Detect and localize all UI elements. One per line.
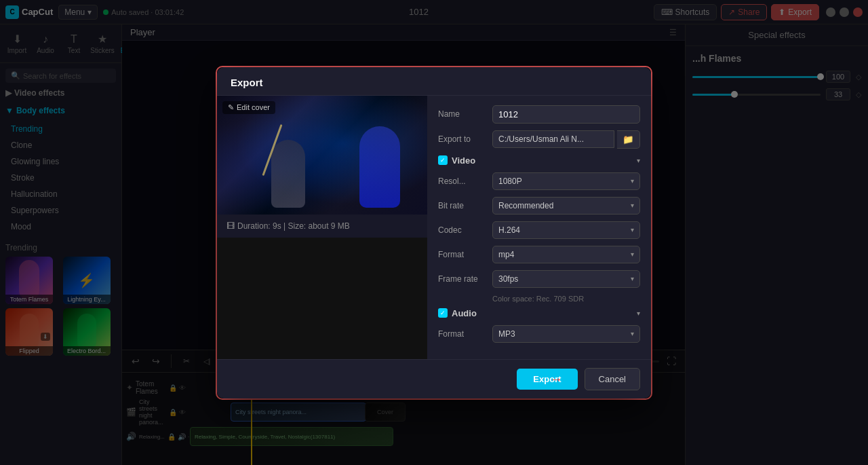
dialog-footer: → Export Cancel: [217, 359, 651, 398]
bitrate-chevron-icon: ▾: [631, 202, 634, 209]
preview-image: ✎ Edit cover: [217, 96, 427, 215]
framerate-selected: 30fps: [498, 274, 518, 284]
export-path-container: C:/Users/Usman Ali N... 📁: [492, 130, 640, 149]
video-section-header: ✓ Video ▾: [438, 155, 640, 166]
bitrate-dropdown[interactable]: Recommended ▾: [492, 197, 640, 215]
audio-format-dropdown[interactable]: MP3 ▾: [492, 325, 640, 343]
audio-checkbox[interactable]: ✓: [438, 308, 448, 318]
setting-row-framerate: Frame rate 30fps ▾: [438, 270, 640, 288]
setting-row-audio-format: Format MP3 ▾: [438, 325, 640, 343]
resolution-label: Resol...: [438, 176, 492, 186]
name-value-container: [492, 105, 640, 124]
dialog-body: ✎ Edit cover 🎞 Duration: 9s | Size: abou…: [217, 96, 651, 359]
film-icon: 🎞: [226, 221, 235, 231]
audio-format-value: MP3 ▾: [492, 325, 640, 343]
name-input[interactable]: [492, 105, 640, 124]
setting-row-codec: Codec H.264 ▾: [438, 221, 640, 239]
setting-row-format: Format mp4 ▾: [438, 246, 640, 263]
setting-row-bitrate: Bit rate Recommended ▾: [438, 197, 640, 215]
codec-chevron-icon: ▾: [631, 226, 634, 234]
red-arrow-icon: →: [549, 371, 563, 386]
audio-format-selected: MP3: [498, 329, 515, 339]
export-path-text: C:/Users/Usman Ali N...: [492, 130, 614, 148]
framerate-value: 30fps ▾: [492, 270, 640, 288]
framerate-label: Frame rate: [438, 274, 492, 284]
audio-section-toggle[interactable]: ▾: [637, 310, 640, 317]
bitrate-selected: Recommended: [498, 201, 553, 210]
framerate-dropdown[interactable]: 30fps ▾: [492, 270, 640, 288]
codec-value: H.264 ▾: [492, 221, 640, 239]
audio-format-chevron-icon: ▾: [631, 330, 634, 337]
export-dialog-overlay: Export ✎ Edit cover: [0, 0, 868, 465]
setting-row-name: Name: [438, 105, 640, 124]
color-space-info: Color space: Rec. 709 SDR: [438, 295, 640, 303]
codec-label: Codec: [438, 225, 492, 235]
preview-details: 🎞 Duration: 9s | Size: about 9 MB: [217, 215, 427, 238]
codec-dropdown[interactable]: H.264 ▾: [492, 221, 640, 239]
preview-figure-right: [359, 126, 400, 208]
dialog-title: Export: [217, 67, 651, 96]
format-value: mp4 ▾: [492, 246, 640, 263]
export-to-label: Export to: [438, 134, 492, 144]
video-section-label: Video: [452, 155, 475, 166]
format-dropdown[interactable]: mp4 ▾: [492, 246, 640, 263]
video-section-toggle[interactable]: ▾: [637, 157, 640, 164]
browse-folder-button[interactable]: 📁: [617, 130, 640, 149]
preview-figure-left: [271, 140, 305, 208]
resolution-dropdown[interactable]: 1080P ▾: [492, 172, 640, 190]
resolution-value: 1080P ▾: [492, 172, 640, 190]
video-checkbox[interactable]: ✓: [438, 155, 448, 165]
format-selected: mp4: [498, 250, 514, 259]
audio-section-label: Audio: [452, 308, 477, 318]
dialog-settings: Name Export to C:/Users/Usman Ali N... 📁: [427, 96, 651, 359]
export-dialog: Export ✎ Edit cover: [217, 67, 651, 398]
setting-row-export-to: Export to C:/Users/Usman Ali N... 📁: [438, 130, 640, 149]
dialog-preview: ✎ Edit cover 🎞 Duration: 9s | Size: abou…: [217, 96, 427, 359]
duration-text: Duration: 9s | Size: about 9 MB: [237, 221, 350, 231]
edit-cover-label: Edit cover: [237, 103, 270, 111]
audio-section-header: ✓ Audio ▾: [438, 308, 640, 318]
format-label: Format: [438, 250, 492, 259]
dialog-cancel-button[interactable]: Cancel: [585, 368, 640, 390]
resolution-selected: 1080P: [498, 176, 522, 186]
format-chevron-icon: ▾: [631, 250, 634, 258]
bitrate-value: Recommended ▾: [492, 197, 640, 215]
framerate-chevron-icon: ▾: [631, 275, 634, 282]
duration-info: 🎞 Duration: 9s | Size: about 9 MB: [226, 221, 418, 231]
name-label: Name: [438, 109, 492, 119]
export-dialog-border: Export ✎ Edit cover: [216, 66, 652, 400]
codec-selected: H.264: [498, 225, 520, 235]
setting-row-resolution: Resol... 1080P ▾: [438, 172, 640, 190]
edit-cover-button[interactable]: ✎ Edit cover: [222, 101, 275, 114]
bitrate-label: Bit rate: [438, 201, 492, 210]
edit-icon: ✎: [228, 103, 234, 112]
dialog-export-button[interactable]: Export: [517, 369, 577, 390]
resolution-chevron-icon: ▾: [631, 177, 634, 185]
arrow-indicator: →: [549, 371, 563, 387]
audio-format-label: Format: [438, 329, 492, 339]
